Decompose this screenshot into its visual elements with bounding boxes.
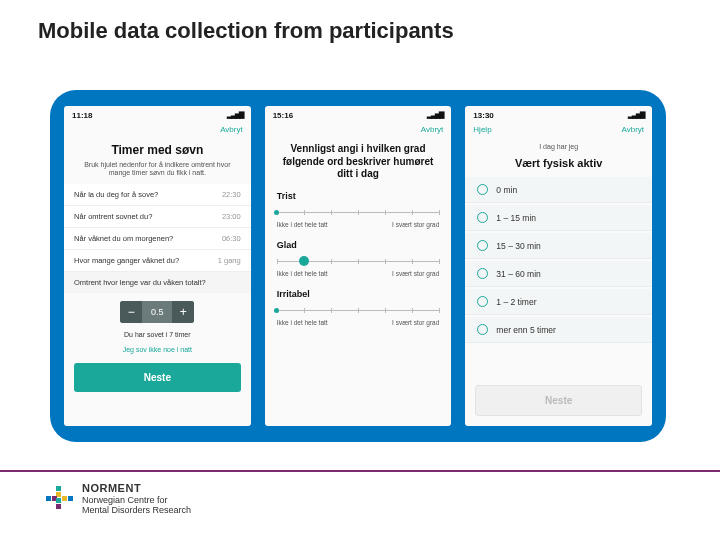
radio-icon <box>477 296 488 307</box>
screen-title: Timer med søvn <box>64 139 251 161</box>
slide-title: Mobile data collection from participants <box>0 0 720 44</box>
slider-knob[interactable] <box>274 308 279 313</box>
radio-icon <box>477 212 488 223</box>
phone-activity: 13:30 ▂▃▅▇ Hjelp Avbryt I dag har jeg Væ… <box>465 106 652 426</box>
norment-logo-icon <box>46 486 72 512</box>
cancel-link[interactable]: Avbryt <box>220 125 243 134</box>
mood-label-glad: Glad <box>265 234 452 252</box>
stepper-value: 0.5 <box>142 301 172 323</box>
option-5h[interactable]: mer enn 5 timer <box>465 317 652 343</box>
footer-text: NORMENT Norwegian Centre for Mental Diso… <box>82 482 191 515</box>
option-1-2h[interactable]: 1 – 2 timer <box>465 289 652 315</box>
screen-title: Vennligst angi i hvilken grad følgende o… <box>265 139 452 185</box>
radio-icon <box>477 268 488 279</box>
phone-sleep: 11:18 ▂▃▅▇ Avbryt Timer med søvn Bruk hj… <box>64 106 251 426</box>
status-bar: 13:30 ▂▃▅▇ <box>465 106 652 122</box>
nav-row: Avbryt <box>64 122 251 139</box>
sleep-summary: Du har sovet i 7 timer <box>64 327 251 344</box>
radio-icon <box>477 240 488 251</box>
awake-stepper[interactable]: − 0.5 + <box>120 301 194 323</box>
stepper-plus[interactable]: + <box>172 301 194 323</box>
slider-glad[interactable] <box>277 254 440 268</box>
cancel-link[interactable]: Avbryt <box>421 125 444 134</box>
radio-icon <box>477 324 488 335</box>
next-button[interactable]: Neste <box>74 363 241 392</box>
row-wake[interactable]: Når våknet du om morgenen?06:30 <box>64 228 251 250</box>
slider-knob[interactable] <box>274 210 279 215</box>
status-bar: 15:16 ▂▃▅▇ <box>265 106 452 122</box>
next-button[interactable]: Neste <box>475 385 642 416</box>
status-bar: 11:18 ▂▃▅▇ <box>64 106 251 122</box>
slider-knob[interactable] <box>299 256 309 266</box>
nav-row: Hjelp Avbryt <box>465 122 652 139</box>
radio-icon <box>477 184 488 195</box>
row-wake-count[interactable]: Hvor mange ganger våknet du?1 gang <box>64 250 251 272</box>
slider-trist[interactable] <box>277 205 440 219</box>
screen-title: Vært fysisk aktiv <box>465 157 652 173</box>
option-31-60[interactable]: 31 – 60 min <box>465 261 652 287</box>
row-fell-asleep[interactable]: Når omtrent sovnet du?23:00 <box>64 206 251 228</box>
mood-label-trist: Trist <box>265 185 452 203</box>
row-awake-total: Omtrent hvor lenge var du våken totalt? <box>64 272 251 293</box>
screen-subtitle: Bruk hjulet nedenfor for å indikere omtr… <box>64 161 251 184</box>
mood-label-irritabel: Irritabel <box>265 283 452 301</box>
stepper-minus[interactable]: − <box>120 301 142 323</box>
nav-row: Avbryt <box>265 122 452 139</box>
skip-link[interactable]: Jeg sov ikke noe i natt <box>64 344 251 359</box>
lead-text: I dag har jeg <box>465 139 652 157</box>
clock: 11:18 <box>72 111 92 120</box>
signal-icon: ▂▃▅▇ <box>628 111 644 120</box>
clock: 15:16 <box>273 111 293 120</box>
option-15-30[interactable]: 15 – 30 min <box>465 233 652 259</box>
row-bedtime[interactable]: Når la du deg for å sove?22:30 <box>64 184 251 206</box>
option-1-15[interactable]: 1 – 15 min <box>465 205 652 231</box>
cancel-link[interactable]: Avbryt <box>621 125 644 134</box>
screenshot-panel: 11:18 ▂▃▅▇ Avbryt Timer med søvn Bruk hj… <box>50 90 666 442</box>
signal-icon: ▂▃▅▇ <box>427 111 443 120</box>
option-0min[interactable]: 0 min <box>465 177 652 203</box>
phone-mood: 15:16 ▂▃▅▇ Avbryt Vennligst angi i hvilk… <box>265 106 452 426</box>
signal-icon: ▂▃▅▇ <box>227 111 243 120</box>
help-link[interactable]: Hjelp <box>473 125 491 134</box>
footer: NORMENT Norwegian Centre for Mental Diso… <box>0 470 720 540</box>
slider-irritabel[interactable] <box>277 303 440 317</box>
clock: 13:30 <box>473 111 493 120</box>
